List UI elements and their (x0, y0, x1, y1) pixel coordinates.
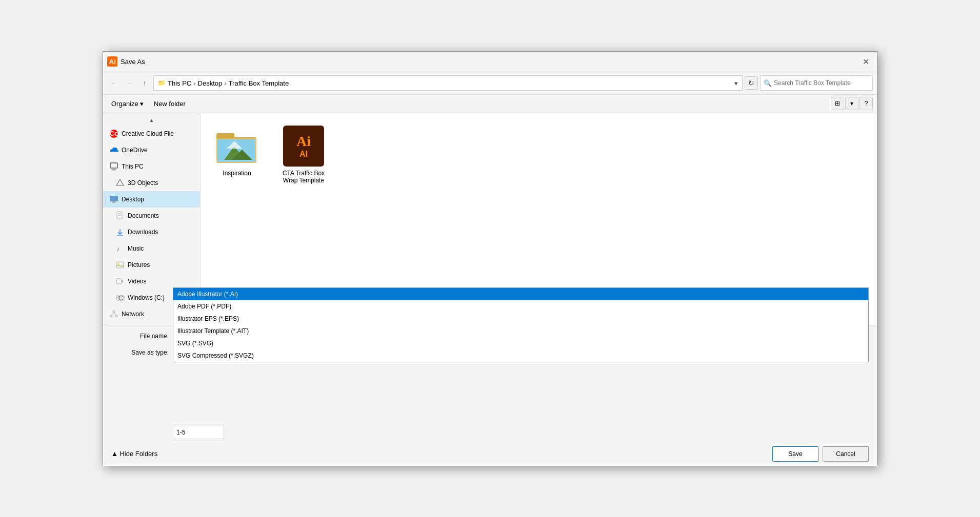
svg-point-22 (110, 315, 112, 317)
filename-label: File name: (111, 333, 173, 340)
sidebar-item-3d-objects[interactable]: 3D Objects (103, 175, 200, 191)
this-pc-icon (109, 162, 118, 171)
close-button[interactable]: ✕ (858, 54, 873, 69)
windows-c-icon: C: (115, 293, 125, 302)
back-button[interactable]: ← (107, 76, 121, 90)
path-traffic-box[interactable]: Traffic Box Template (229, 79, 289, 87)
address-path: 📁 This PC › Desktop › Traffic Box Templa… (153, 75, 743, 91)
sidebar-label-windows-c: Windows (C:) (128, 294, 165, 301)
svg-rect-2 (110, 163, 117, 168)
svg-point-14 (118, 263, 119, 264)
hide-folders-button[interactable]: ▲ Hide Folders (111, 450, 157, 458)
sidebar-item-this-pc[interactable]: This PC (103, 158, 200, 175)
savetype-option-svg[interactable]: SVG (*.SVG) (173, 337, 868, 349)
videos-icon (115, 277, 125, 286)
organize-button[interactable]: Organize ▾ (107, 97, 148, 110)
artboard-row (111, 426, 869, 439)
svg-rect-7 (112, 201, 115, 203)
music-icon: ♪ (115, 244, 125, 253)
sidebar-item-music[interactable]: ♪ Music (103, 240, 200, 257)
savetype-option-ait[interactable]: Illustrator Template (*.AIT) (173, 325, 868, 337)
svg-marker-5 (116, 179, 124, 185)
bottom-bar: File name: Save as type: Adobe Illustrat… (103, 325, 877, 466)
app-icon: Ai (107, 56, 117, 67)
savetype-option-ai[interactable]: Adobe Illustrator (*.AI) (173, 288, 868, 300)
svg-text:Cc: Cc (110, 130, 118, 137)
ai-file-icon: Ai AI (283, 126, 324, 167)
documents-icon (115, 211, 125, 220)
help-button[interactable]: ? (859, 97, 873, 110)
file-item-cta-traffic[interactable]: Ai AI CTA Traffic Box Wrap Template (275, 121, 332, 188)
svg-line-24 (111, 313, 114, 315)
view-toggle-button[interactable]: ⊞ (831, 97, 844, 110)
view-buttons: ⊞ ▾ ? (831, 97, 873, 110)
dialog-title: Save As (121, 58, 145, 66)
desktop-icon (109, 195, 118, 204)
3d-objects-icon (115, 178, 125, 188)
savetype-option-svgz[interactable]: SVG Compressed (*.SVGZ) (173, 349, 868, 362)
creative-cloud-icon: Cc (109, 129, 118, 138)
file-label-inspiration: Inspiration (223, 170, 251, 177)
svg-text:♪: ♪ (116, 245, 120, 253)
forward-button[interactable]: → (123, 76, 136, 90)
artboard-range-input[interactable] (173, 426, 224, 439)
sidebar-item-pictures[interactable]: Pictures (103, 257, 200, 273)
svg-rect-4 (111, 170, 116, 171)
sidebar-label-creative-cloud: Creative Cloud File (122, 130, 174, 137)
sidebar-label-documents: Documents (128, 212, 159, 219)
savetype-dropdown: Adobe Illustrator (*.AI) Adobe PDF (*.PD… (173, 287, 869, 362)
path-chevron-icon[interactable]: ▾ (734, 79, 738, 87)
svg-rect-15 (116, 279, 122, 284)
pictures-icon (115, 260, 125, 270)
savetype-option-pdf[interactable]: Adobe PDF (*.PDF) (173, 300, 868, 313)
folder-inspiration-icon (216, 126, 257, 167)
svg-marker-16 (122, 280, 124, 283)
network-icon (109, 309, 118, 319)
savetype-label: Save as type: (111, 349, 173, 356)
sidebar-item-downloads[interactable]: Downloads (103, 224, 200, 240)
refresh-button[interactable]: ↻ (745, 76, 758, 90)
address-bar: ← → ↑ 📁 This PC › Desktop › Traffic Box … (103, 72, 877, 95)
sidebar-label-onedrive: OneDrive (122, 147, 148, 154)
sidebar-item-creative-cloud[interactable]: Cc Creative Cloud File (103, 126, 200, 142)
up-button[interactable]: ↑ (138, 76, 151, 90)
path-this-pc[interactable]: This PC (168, 79, 191, 87)
sidebar-scroll-up[interactable]: ▲ (103, 115, 200, 126)
action-row: ▲ Hide Folders Save Cancel (111, 442, 869, 462)
svg-rect-13 (116, 262, 124, 268)
path-desktop[interactable]: Desktop (198, 79, 223, 87)
sidebar-item-onedrive[interactable]: OneDrive (103, 142, 200, 158)
onedrive-icon (109, 146, 118, 155)
search-icon: 🔍 (764, 79, 772, 87)
search-box: 🔍 (760, 75, 873, 91)
sidebar-label-downloads: Downloads (128, 229, 158, 236)
save-as-dialog: Ai Save As ✕ ← → ↑ 📁 This PC › Desktop ›… (103, 51, 877, 466)
savetype-option-eps[interactable]: Illustrator EPS (*.EPS) (173, 313, 868, 325)
downloads-icon (115, 228, 125, 237)
sidebar-label-music: Music (128, 245, 144, 252)
cancel-button[interactable]: Cancel (823, 446, 869, 462)
sidebar-label-this-pc: This PC (122, 163, 144, 170)
new-folder-button[interactable]: New folder (150, 97, 190, 110)
save-button[interactable]: Save (772, 446, 818, 462)
sidebar-label-3d-objects: 3D Objects (128, 179, 158, 187)
sidebar-label-network: Network (122, 311, 144, 318)
view-chevron-button[interactable]: ▾ (845, 97, 858, 110)
sidebar-label-pictures: Pictures (128, 261, 150, 268)
svg-rect-3 (112, 168, 115, 170)
sidebar-item-documents[interactable]: Documents (103, 208, 200, 224)
svg-line-25 (114, 313, 116, 315)
sidebar-label-desktop: Desktop (122, 196, 144, 203)
svg-point-23 (115, 315, 117, 317)
file-label-cta-traffic: CTA Traffic Box Wrap Template (277, 170, 330, 184)
sidebar-label-videos: Videos (128, 278, 146, 285)
title-bar: Ai Save As ✕ (103, 52, 877, 72)
svg-rect-6 (110, 196, 118, 201)
organize-chevron-icon: ▾ (140, 100, 144, 108)
search-input[interactable] (774, 79, 869, 87)
svg-text:C:: C: (118, 294, 125, 302)
file-item-inspiration[interactable]: Inspiration (209, 121, 265, 188)
sidebar-item-desktop[interactable]: Desktop (103, 191, 200, 208)
svg-point-21 (113, 311, 115, 313)
path-folder-icon: 📁 (158, 79, 166, 87)
